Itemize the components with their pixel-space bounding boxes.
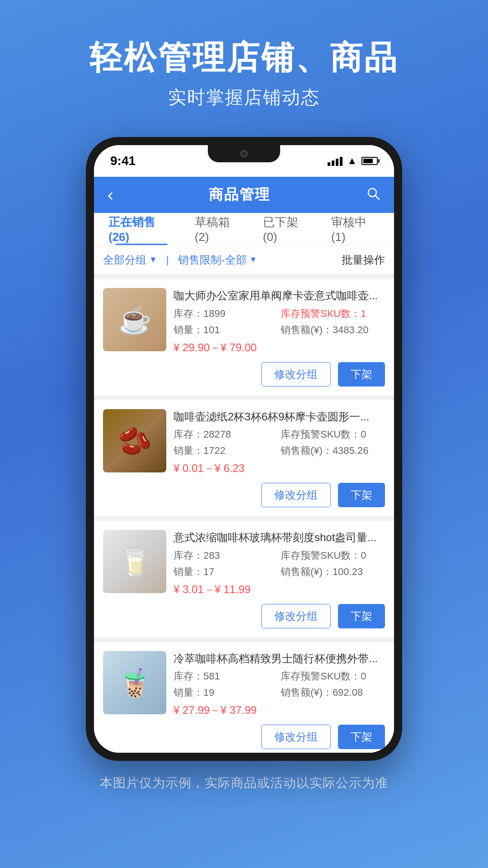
group-filter-button[interactable]: 全部分组 ▼	[103, 253, 157, 267]
wifi-icon: ▲	[347, 155, 357, 167]
stock-label-0: 库存：1899	[174, 307, 278, 321]
tab-draft[interactable]: 草稿箱(2)	[185, 213, 253, 245]
battery-icon	[361, 157, 378, 165]
product-image-0	[103, 288, 166, 351]
back-button[interactable]: ‹	[108, 185, 113, 205]
product-stats-3: 库存：581 库存预警SKU数：0 销量：19 销售额(¥)：692.08	[174, 670, 385, 699]
limit-filter-arrow: ▼	[249, 255, 258, 264]
off-shelf-button-3[interactable]: 下架	[338, 725, 385, 749]
product-card-1: 咖啡壶滤纸2杯3杯6杯9杯摩卡壶圆形一... 库存：28278 库存预警SKU数…	[94, 400, 394, 517]
disclaimer-text: 本图片仅为示例，实际商品或活动以实际公示为准	[100, 774, 388, 792]
stock-label-2: 库存：283	[174, 549, 278, 562]
filter-left: 全部分组 ▼ | 销售限制-全部 ▼	[103, 253, 257, 267]
product-actions-3: 修改分组 下架	[103, 725, 385, 749]
off-shelf-button-0[interactable]: 下架	[338, 362, 385, 387]
product-actions-1: 修改分组 下架	[103, 483, 385, 507]
product-card-0: 咖大师办公室家用单阀摩卡壶意式咖啡壶... 库存：1899 库存预警SKU数：1…	[94, 279, 394, 396]
off-shelf-button-2[interactable]: 下架	[338, 604, 385, 628]
sales-amount-0: 销售额(¥)：3483.20	[281, 323, 385, 337]
stock-label-1: 库存：28278	[174, 428, 278, 441]
product-actions-2: 修改分组 下架	[103, 604, 385, 628]
product-info-1: 咖啡壶滤纸2杯3杯6杯9杯摩卡壶圆形一... 库存：28278 库存预警SKU数…	[174, 409, 385, 476]
edit-group-button-0[interactable]: 修改分组	[261, 362, 331, 387]
nav-bar: ‹ 商品管理	[94, 177, 394, 213]
status-bar: 9:41 ▲	[94, 145, 394, 177]
page-title: 商品管理	[209, 185, 270, 205]
product-price-0: ¥ 29.90－¥ 79.00	[174, 340, 385, 355]
product-top-3: 冷萃咖啡杯高档精致男士随行杯便携外带... 库存：581 库存预警SKU数：0 …	[103, 651, 385, 718]
stock-warning-1: 库存预警SKU数：0	[281, 428, 385, 441]
camera-dot	[240, 150, 248, 157]
stock-warning-3: 库存预警SKU数：0	[281, 670, 385, 683]
product-list: 咖大师办公室家用单阀摩卡壶意式咖啡壶... 库存：1899 库存预警SKU数：1…	[94, 274, 394, 753]
off-shelf-button-1[interactable]: 下架	[338, 483, 385, 507]
sales-label-0: 销量：101	[174, 323, 278, 337]
product-actions-0: 修改分组 下架	[103, 362, 385, 387]
product-image-1	[103, 409, 166, 472]
product-top-1: 咖啡壶滤纸2杯3杯6杯9杯摩卡壶圆形一... 库存：28278 库存预警SKU数…	[103, 409, 385, 476]
product-stats-1: 库存：28278 库存预警SKU数：0 销量：1722 销售额(¥)：4385.…	[174, 428, 385, 458]
product-stats-0: 库存：1899 库存预警SKU数：1 销量：101 销售额(¥)：3483.20	[174, 307, 385, 337]
limit-filter-button[interactable]: 销售限制-全部 ▼	[178, 253, 258, 267]
product-image-3	[103, 651, 166, 714]
search-icon[interactable]	[366, 186, 380, 204]
product-info-0: 咖大师办公室家用单阀摩卡壶意式咖啡壶... 库存：1899 库存预警SKU数：1…	[174, 288, 385, 355]
filter-bar: 全部分组 ▼ | 销售限制-全部 ▼ 批量操作	[94, 245, 394, 274]
tab-reviewing[interactable]: 审核中(1)	[321, 213, 389, 245]
edit-group-button-2[interactable]: 修改分组	[261, 604, 331, 628]
sales-amount-1: 销售额(¥)：4385.26	[281, 444, 385, 458]
status-icons: ▲	[328, 155, 378, 167]
stock-label-3: 库存：581	[174, 670, 278, 683]
main-subtitle: 实时掌握店铺动态	[89, 85, 399, 110]
tab-on-sale[interactable]: 正在销售(26)	[99, 213, 185, 245]
sales-label-1: 销量：1722	[174, 444, 278, 458]
top-section: 轻松管理店铺、商品 实时掌握店铺动态	[89, 36, 399, 110]
sales-label-2: 销量：17	[174, 565, 278, 579]
product-name-2: 意式浓缩咖啡杯玻璃杯带刻度shot盎司量...	[174, 530, 385, 545]
product-price-3: ¥ 27.99－¥ 37.99	[174, 703, 385, 717]
status-time: 9:41	[110, 154, 136, 168]
stock-warning-0: 库存预警SKU数：1	[281, 307, 385, 321]
product-name-0: 咖大师办公室家用单阀摩卡壶意式咖啡壶...	[174, 288, 385, 303]
product-card-2: 意式浓缩咖啡杯玻璃杯带刻度shot盎司量... 库存：283 库存预警SKU数：…	[94, 521, 394, 637]
phone-screen: 9:41 ▲ ‹ 商品管理	[94, 145, 394, 753]
edit-group-button-1[interactable]: 修改分组	[261, 483, 331, 507]
signal-icon	[328, 156, 343, 166]
svg-line-1	[375, 196, 379, 199]
tab-bar: 正在销售(26) 草稿箱(2) 已下架(0) 审核中(1)	[94, 213, 394, 245]
edit-group-button-3[interactable]: 修改分组	[261, 725, 331, 749]
phone-frame: 9:41 ▲ ‹ 商品管理	[86, 137, 402, 761]
sales-amount-3: 销售额(¥)：692.08	[281, 686, 385, 699]
main-title: 轻松管理店铺、商品	[89, 36, 399, 80]
product-name-1: 咖啡壶滤纸2杯3杯6杯9杯摩卡壶圆形一...	[174, 409, 385, 425]
notch	[208, 145, 280, 162]
batch-operation-button[interactable]: 批量操作	[342, 253, 385, 267]
tab-off-shelf[interactable]: 已下架(0)	[253, 213, 321, 245]
product-top-0: 咖大师办公室家用单阀摩卡壶意式咖啡壶... 库存：1899 库存预警SKU数：1…	[103, 288, 385, 355]
product-image-2	[103, 530, 166, 593]
sales-label-3: 销量：19	[174, 686, 278, 699]
stock-warning-2: 库存预警SKU数：0	[281, 549, 385, 562]
product-name-3: 冷萃咖啡杯高档精致男士随行杯便携外带...	[174, 651, 385, 666]
product-top-2: 意式浓缩咖啡杯玻璃杯带刻度shot盎司量... 库存：283 库存预警SKU数：…	[103, 530, 385, 597]
group-filter-arrow: ▼	[149, 255, 157, 264]
product-stats-2: 库存：283 库存预警SKU数：0 销量：17 销售额(¥)：100.23	[174, 549, 385, 579]
product-card-3: 冷萃咖啡杯高档精致男士随行杯便携外带... 库存：581 库存预警SKU数：0 …	[94, 642, 394, 753]
sales-amount-2: 销售额(¥)：100.23	[281, 565, 385, 579]
product-price-2: ¥ 3.01－¥ 11.99	[174, 582, 385, 597]
product-info-3: 冷萃咖啡杯高档精致男士随行杯便携外带... 库存：581 库存预警SKU数：0 …	[174, 651, 385, 718]
product-info-2: 意式浓缩咖啡杯玻璃杯带刻度shot盎司量... 库存：283 库存预警SKU数：…	[174, 530, 385, 597]
product-price-1: ¥ 0.01－¥ 6.23	[174, 461, 385, 476]
